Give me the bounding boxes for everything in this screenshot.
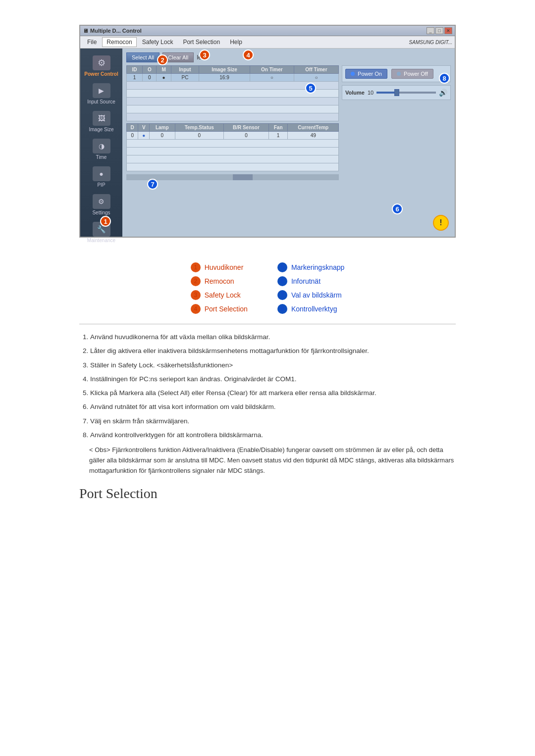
control-spacer (342, 103, 451, 210)
legend-badge-3: 3 (191, 290, 201, 300)
legend-col-left: 1 Huvudikoner 2 Remocon 3 Safety Lock 4 … (191, 262, 248, 314)
desc-3: Ställer in Safety Lock. <säkerhetslåsfun… (90, 360, 456, 370)
legend-badge-7: 7 (277, 290, 287, 300)
menu-file[interactable]: File (83, 37, 101, 47)
cell-m: ● (157, 74, 171, 82)
table-row[interactable] (127, 98, 339, 105)
power-off-button[interactable]: Power Off (391, 69, 433, 79)
col-header-offtimer: Off Timer (294, 66, 338, 74)
col-header-id: ID (127, 66, 143, 74)
legend-item-5: 5 Markeringsknapp (277, 262, 344, 272)
legend-badge-6: 6 (277, 276, 287, 286)
menu-port-selection[interactable]: Port Selection (178, 37, 224, 47)
desc-7: Välj en skärm från skärmväljaren. (90, 416, 456, 426)
image-size-icon: 🖼 (93, 111, 110, 126)
power-on-label: Power On (358, 71, 382, 77)
power-on-indicator (351, 72, 355, 76)
table-row[interactable] (127, 113, 339, 121)
port-selection-heading: Port Selection (79, 486, 456, 502)
legend-label-7: Val av bildskärm (291, 291, 342, 299)
legend-label-4: Port Selection (205, 305, 248, 313)
sidebar-label-time: Time (96, 154, 107, 160)
col-header-imagesize: Image Size (199, 66, 250, 74)
cell-input: PC (171, 74, 199, 82)
sidebar-label-pip: PIP (97, 182, 105, 188)
close-button[interactable]: ✕ (444, 27, 452, 34)
window-icon: 🖥 (83, 28, 88, 34)
legend-label-2: Remocon (205, 277, 234, 285)
legend-item-6: 6 Inforutnät (277, 276, 344, 286)
power-off-indicator (397, 72, 401, 76)
pip-icon: ● (93, 166, 110, 181)
col-header-tempstatus: Temp.Status (175, 124, 224, 132)
desc-4: Inställningen för PC:ns serieport kan än… (90, 374, 456, 384)
desc-6: Använd rutnätet för att visa kort inform… (90, 402, 456, 412)
menu-safety-lock[interactable]: Safety Lock (138, 37, 178, 47)
table-row[interactable] (127, 155, 339, 163)
sidebar-item-time[interactable]: ◑ Time (80, 137, 122, 162)
badge-5: 5 (305, 83, 316, 94)
scrollbar-thumb (233, 174, 253, 180)
col-header-currenttemp: CurrentTemp (288, 124, 339, 132)
warning-icon: ! (433, 215, 449, 231)
power-control-icon: ⚙ (93, 55, 110, 70)
samsung-logo: SAMSUNG DIGIT... (409, 40, 452, 45)
cell-id: 1 (127, 74, 143, 82)
legend-item-2: 2 Remocon (191, 276, 248, 286)
legend-item-8: 8 Kontrollverktyg (277, 304, 344, 314)
power-controls: Power On Power Off (342, 65, 451, 82)
table-row[interactable]: 0 ● 0 0 0 1 49 (127, 132, 339, 140)
col-header-d: D (127, 124, 138, 132)
power-on-button[interactable]: Power On (345, 69, 387, 79)
legend-item-1: 1 Huvudikoner (191, 262, 248, 272)
volume-handle[interactable] (394, 89, 399, 96)
sidebar-item-settings[interactable]: ⚙ Settings (80, 192, 122, 217)
right-panel: Select All Clear All le ID (122, 49, 455, 237)
badge-6: 6 (392, 203, 403, 214)
cell-currenttemp: 49 (288, 132, 339, 140)
warning-icon-container: ! (342, 213, 451, 233)
cell-o: 0 (143, 74, 157, 82)
maximize-button[interactable]: □ (435, 27, 443, 34)
cell-imagesize: 16:9 (199, 74, 250, 82)
desc-1: Använd huvudikonerna för att växla mella… (90, 332, 456, 342)
badge-7: 7 (147, 179, 158, 190)
sidebar-label-maintenance: Maintenance (87, 238, 115, 243)
table-row[interactable] (127, 148, 339, 155)
speaker-icon: 🔊 (439, 89, 447, 97)
legend-col-right: 5 Markeringsknapp 6 Inforutnät 7 Val av … (277, 262, 344, 314)
settings-icon: ⚙ (93, 194, 110, 209)
table-row[interactable] (127, 140, 339, 148)
col-header-lamp: Lamp (150, 124, 175, 132)
table-row[interactable] (127, 163, 339, 171)
cell-v: ● (138, 132, 150, 140)
cell-fan: 1 (268, 132, 288, 140)
col-header-fan: Fan (268, 124, 288, 132)
menu-bar: File Remocon Safety Lock Port Selection … (80, 36, 455, 49)
sidebar-item-pip[interactable]: ● PIP (80, 164, 122, 190)
sidebar-item-input-source[interactable]: ▶ Input Source (80, 81, 122, 106)
sidebar-item-image-size[interactable]: 🖼 Image Size (80, 109, 122, 134)
obs-note: < Obs> Fjärrkontrollens funktion Aktiver… (79, 445, 456, 476)
sidebar: ⚙ Power Control ▶ Input Source 🖼 Image S… (80, 49, 122, 237)
menu-remocon[interactable]: Remocon (102, 37, 136, 47)
volume-slider[interactable] (376, 92, 436, 94)
table-row[interactable] (127, 105, 339, 113)
sidebar-item-power-control[interactable]: ⚙ Power Control (80, 53, 122, 79)
power-off-label: Power Off (404, 71, 428, 77)
legend-badge-8: 8 (277, 304, 287, 314)
input-source-icon: ▶ (93, 83, 110, 98)
legend-item-3: 3 Safety Lock (191, 290, 248, 300)
col-header-v: V (138, 124, 150, 132)
cell-tempstatus: 0 (175, 132, 224, 140)
minimize-button[interactable]: _ (427, 27, 434, 34)
table-row[interactable]: 1 0 ● PC 16:9 ○ ○ (127, 74, 339, 82)
description-list: Använd huvudikonerna för att växla mella… (79, 332, 456, 476)
legend-label-3: Safety Lock (205, 291, 241, 299)
select-all-button[interactable]: Select All (126, 52, 160, 62)
cell-offtimer: ○ (294, 74, 338, 82)
col-header-m: M (157, 66, 171, 74)
horizontal-scrollbar[interactable] (126, 174, 339, 180)
menu-help[interactable]: Help (225, 37, 247, 47)
col-header-o: O (143, 66, 157, 74)
